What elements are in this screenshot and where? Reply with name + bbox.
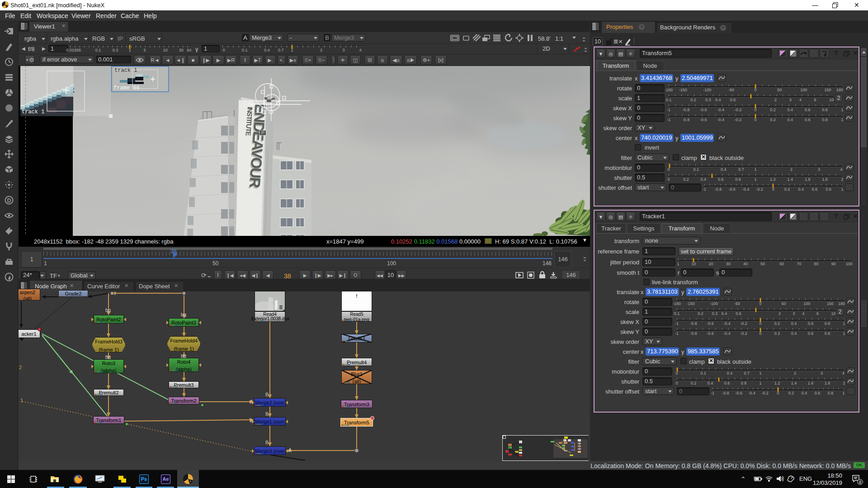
svg-text:D: D xyxy=(7,197,11,204)
svg-text:track 1: track 1 xyxy=(22,109,44,115)
svg-text:!: ! xyxy=(356,294,357,299)
svg-text:3: 3 xyxy=(6,5,8,8)
svg-text:track 1: track 1 xyxy=(114,67,137,74)
svg-text:frame 66: frame 66 xyxy=(113,85,140,91)
